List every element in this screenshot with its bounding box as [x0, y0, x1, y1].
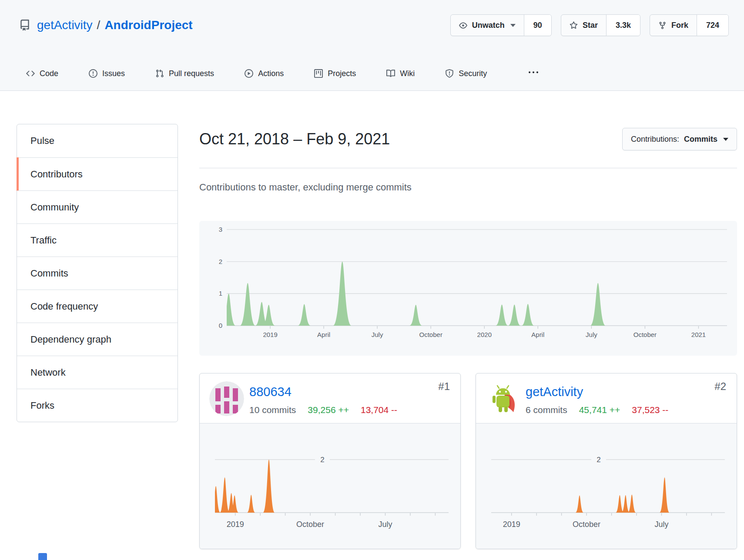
section-divider: [199, 168, 737, 168]
eye-icon: [459, 21, 467, 30]
repo-icon: [19, 20, 30, 31]
avatar[interactable]: [486, 381, 520, 416]
contributor-graph: 22019OctoberJuly: [200, 423, 460, 549]
pull-request-icon: [155, 69, 164, 78]
contributions-graph[interactable]: 32102019AprilJulyOctober2020AprilJulyOct…: [199, 221, 737, 356]
chevron-down-icon: [510, 24, 516, 27]
issue-icon: [89, 69, 97, 78]
sidebar-item-label: Community: [30, 202, 79, 213]
svg-text:October: October: [633, 331, 657, 338]
tab-projects[interactable]: Projects: [314, 69, 356, 78]
tab-projects-label: Projects: [328, 69, 356, 78]
breadcrumb: getActivity/AndroidProject: [19, 14, 193, 36]
sidebar-item-label: Pulse: [30, 135, 54, 147]
sidebar-item-contributors[interactable]: Contributors: [17, 157, 178, 190]
svg-text:2019: 2019: [227, 520, 244, 529]
svg-text:July: July: [378, 520, 392, 529]
contributors-main: Oct 21, 2018 – Feb 9, 2021 Contributions…: [199, 128, 737, 552]
contribution-type-dropdown[interactable]: Contributions: Commits: [622, 128, 737, 150]
svg-text:2019: 2019: [263, 331, 277, 338]
sidebar-item-label: Commits: [30, 268, 68, 279]
tab-code[interactable]: Code: [26, 69, 58, 78]
repo-header: getActivity/AndroidProject Unwatch 90 St…: [0, 0, 744, 91]
sidebar-item-forks[interactable]: Forks: [17, 389, 178, 422]
contributor-rank: #2: [714, 380, 726, 393]
breadcrumb-separator: /: [97, 18, 101, 32]
kebab-horizontal-icon: [529, 68, 538, 77]
svg-text:2019: 2019: [503, 520, 520, 529]
tab-code-label: Code: [40, 69, 58, 78]
tab-wiki[interactable]: Wiki: [386, 69, 415, 78]
star-button[interactable]: Star: [561, 15, 606, 36]
fork-button-group: Fork 724: [650, 14, 729, 36]
unwatch-button[interactable]: Unwatch: [451, 15, 524, 36]
tab-security[interactable]: Security: [445, 69, 487, 78]
sidebar-item-label: Traffic: [30, 235, 57, 246]
star-icon: [570, 21, 578, 30]
sidebar-item-label: Dependency graph: [30, 334, 111, 345]
repo-owner-link[interactable]: getActivity: [37, 18, 93, 32]
nav-overflow-button[interactable]: [529, 68, 538, 79]
tab-wiki-label: Wiki: [400, 69, 415, 78]
repo-name-link[interactable]: AndroidProject: [104, 18, 192, 32]
tab-security-label: Security: [459, 69, 487, 78]
svg-text:2: 2: [219, 258, 222, 265]
svg-text:October: October: [296, 520, 324, 529]
svg-text:3: 3: [219, 226, 222, 233]
svg-text:July: July: [586, 331, 597, 338]
svg-text:April: April: [531, 331, 544, 338]
star-button-group: Star 3.3k: [561, 14, 640, 36]
svg-text:2: 2: [597, 456, 600, 464]
fork-button[interactable]: Fork: [650, 15, 697, 36]
additions-count: 45,741 ++: [579, 405, 620, 415]
tab-actions-label: Actions: [258, 69, 284, 78]
tab-pull-requests[interactable]: Pull requests: [155, 69, 214, 78]
contributor-name-link[interactable]: 880634: [249, 385, 292, 399]
svg-text:0: 0: [219, 322, 222, 329]
contributor-card-2: getActivity #2 6 commits 45,741 ++ 37,52…: [476, 373, 737, 549]
contributor-name-link[interactable]: getActivity: [526, 385, 583, 399]
sidebar-item-commits[interactable]: Commits: [17, 257, 178, 290]
svg-text:1: 1: [219, 290, 222, 297]
filter-label: Contributions:: [631, 135, 679, 144]
tab-actions[interactable]: Actions: [245, 69, 284, 78]
sidebar-item-label: Code frequency: [30, 301, 98, 312]
book-icon: [386, 69, 395, 78]
sidebar-item-label: Forks: [30, 400, 54, 411]
contributor-graph-panel: 22019OctoberJuly: [476, 423, 737, 549]
contributor-cards: 880634 #1 10 commits 39,256 ++ 13,704 --…: [199, 373, 737, 549]
filter-value: Commits: [684, 135, 717, 144]
watchers-count[interactable]: 90: [524, 15, 551, 36]
deletions-count: 13,704 --: [361, 405, 397, 415]
forks-count[interactable]: 724: [697, 15, 728, 36]
sidebar-item-label: Contributors: [30, 169, 83, 180]
sidebar-item-network[interactable]: Network: [17, 356, 178, 389]
contributor-card-1: 880634 #1 10 commits 39,256 ++ 13,704 --…: [199, 373, 461, 549]
svg-text:October: October: [419, 331, 442, 338]
sidebar-item-label: Network: [30, 367, 66, 378]
svg-text:July: July: [654, 520, 668, 529]
tab-issues[interactable]: Issues: [89, 69, 125, 78]
sidebar-item-community[interactable]: Community: [17, 190, 178, 223]
chart-caption: Contributions to master, excluding merge…: [199, 182, 412, 193]
avatar[interactable]: [209, 381, 244, 416]
sidebar-item-pulse[interactable]: Pulse: [17, 124, 178, 157]
cutoff-blue-element[interactable]: [38, 553, 47, 560]
svg-text:2020: 2020: [477, 331, 492, 338]
stars-count[interactable]: 3.3k: [606, 15, 640, 36]
star-label: Star: [583, 21, 598, 30]
play-icon: [245, 69, 253, 78]
sidebar-item-traffic[interactable]: Traffic: [17, 223, 178, 257]
shield-icon: [445, 69, 454, 78]
repo-action-buttons: Unwatch 90 Star 3.3k Fork 724: [450, 14, 729, 36]
android-avatar: [486, 381, 520, 416]
tab-issues-label: Issues: [102, 69, 125, 78]
fork-icon: [658, 21, 667, 30]
commit-count[interactable]: 10 commits: [249, 405, 296, 415]
sidebar-item-dependency-graph[interactable]: Dependency graph: [17, 323, 178, 356]
insights-sidebar: Pulse Contributors Community Traffic Com…: [17, 124, 178, 422]
watch-button-group: Unwatch 90: [450, 14, 552, 36]
sidebar-item-code-frequency[interactable]: Code frequency: [17, 290, 178, 323]
commit-count[interactable]: 6 commits: [526, 405, 567, 415]
page-title-date-range: Oct 21, 2018 – Feb 9, 2021: [199, 128, 390, 150]
